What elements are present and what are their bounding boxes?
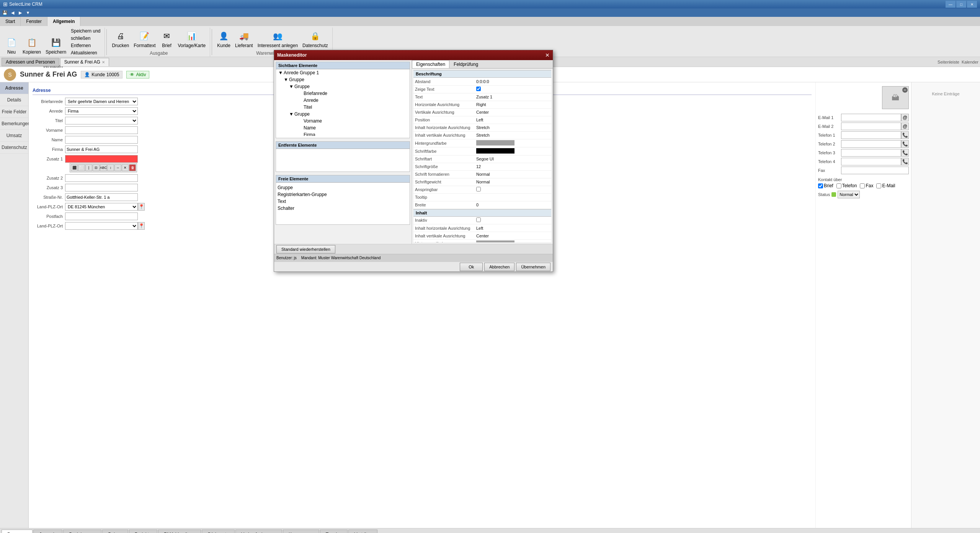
nav-bemerkungen[interactable]: Bemerkungen [0,118,28,130]
free-text[interactable]: Text [278,198,408,205]
tab-start[interactable]: Start [0,17,21,26]
zusatz3-input[interactable] [65,184,138,191]
tb-btn8[interactable]: ✕ [122,164,129,171]
tab-termine[interactable]: Termine [320,530,348,533]
tb-btn2[interactable]: ⬜ [78,164,85,171]
tb-btn6[interactable]: ↕ [107,164,114,171]
minimize-button[interactable]: — [946,1,956,8]
btn-kopieren[interactable]: 📋 Kopieren [21,34,43,57]
tel2-input[interactable] [841,140,901,148]
tb-btn4[interactable]: ⊟ [93,164,100,171]
breadcrumb-sunner[interactable]: Sunner & Frei AG ✕ [60,58,109,66]
btn-abbrechen[interactable]: Abbrechen [484,263,514,271]
nav-umsatz[interactable]: Umsatz [0,130,28,142]
tree-vorname[interactable]: Vorname [276,118,410,124]
cb-email-input[interactable] [876,183,881,188]
tree-briefanrede[interactable]: Briefanrede [276,90,410,97]
masken-close-btn[interactable]: ✕ [545,52,550,58]
zeige-text-checkbox[interactable] [476,87,481,91]
email2-btn[interactable]: @ [901,123,909,130]
tree-gruppe2[interactable]: ▼ Gruppe [276,83,410,90]
cb-brief-input[interactable] [818,183,823,188]
btn-lieferant[interactable]: 🚚 Lieferant [233,28,255,50]
nav-datenschutz[interactable]: Datenschutz [0,142,28,154]
btn-neu[interactable]: 📄 Neu [3,34,20,57]
map-btn2[interactable]: 📍 [138,222,145,230]
vorname-input[interactable] [65,126,138,134]
tb-btn1[interactable]: ⬛ [71,164,78,171]
anrede-select[interactable]: Firma [65,107,138,115]
briefanrede-select[interactable]: Sehr geehrte Damen und Herren [65,98,138,105]
btn-aktualisieren[interactable]: Aktualisieren [69,49,102,56]
qa-save[interactable]: 💾 [2,9,8,16]
tb-btn9[interactable]: 🗑 [129,164,136,171]
tab-beziehungen[interactable]: Beziehungen [63,530,101,533]
titel-select[interactable] [65,117,138,124]
qa-back[interactable]: ◀ [9,9,16,16]
tab-allgemein[interactable]: Allgemein [47,17,80,26]
tel3-input[interactable] [841,149,901,157]
free-gruppe[interactable]: Gruppe [278,184,408,191]
tab-stichworte[interactable]: Stichworte [202,530,235,533]
btn-speichern[interactable]: 💾 Speichern [44,34,68,57]
tree-gruppe1[interactable]: ▼ Gruppe [276,76,410,83]
zusatz1-input[interactable] [65,155,138,163]
email1-input[interactable] [841,114,901,121]
close-button[interactable]: ✕ [967,1,977,8]
btn-datenschutz[interactable]: 🔒 Datenschutz [301,28,330,50]
tab-fenster[interactable]: Fenster [21,17,47,26]
strasse-input[interactable] [65,193,138,201]
fax-input[interactable] [841,167,909,174]
anspringbar-checkbox[interactable] [476,187,481,191]
qa-forward[interactable]: ▶ [17,9,24,16]
btn-standard-wiederherstellen[interactable]: Standard wiederherstellen [276,245,335,253]
tab-journale[interactable]: Journale [33,530,62,533]
tree-gruppe3[interactable]: ▼ Gruppe [276,111,410,118]
tel4-btn[interactable]: 📞 [901,158,909,165]
tab-verkaufschancen[interactable]: Verkaufschancen [235,530,282,533]
btn-entfernen[interactable]: Entfernen [69,42,102,49]
btn-drucken[interactable]: 🖨 Drucken [110,28,131,50]
tb-btn5[interactable]: ABC [100,164,107,171]
cb-telefon-input[interactable] [836,183,841,188]
free-registrierkarten[interactable]: Registrierkarten-Gruppe [278,191,408,198]
tab-personen[interactable]: Personen [2,530,33,533]
tab-rma[interactable]: RMA-Vorgänge [158,530,201,533]
cb-email[interactable]: E-Mail [876,183,895,188]
btn-speichern-schliessen[interactable]: Speichern und [69,28,102,34]
tab-belege[interactable]: Belege [102,530,128,533]
name-input[interactable] [65,136,138,144]
cb-telefon[interactable]: Telefon [836,183,857,188]
firma-input[interactable] [65,146,138,153]
photo-edit-btn[interactable]: ✏ [902,87,908,93]
cb-brief[interactable]: Brief [818,183,833,188]
tree-titel[interactable]: Titel [276,104,410,111]
tel1-btn[interactable]: 📞 [901,131,909,139]
btn-interessent[interactable]: 👥 Interessent anlegen [256,28,300,50]
land-plz2-select[interactable] [65,222,138,230]
status-select[interactable]: Normal [838,191,860,198]
nav-details[interactable]: Details [0,94,28,106]
land-plz-select[interactable]: DE 81245 München [65,203,138,211]
tab-projekte[interactable]: Projekte [129,530,157,533]
tab-kampagnen[interactable]: Kampagnen [283,530,319,533]
email2-input[interactable] [841,123,901,130]
tel3-btn[interactable]: 📞 [901,149,909,157]
tree-firma[interactable]: Firma [276,131,410,136]
free-schalter[interactable]: Schalter [278,205,408,212]
bc-close-icon[interactable]: ✕ [102,60,105,64]
btn-formattext[interactable]: 📝 Formattext [132,28,157,50]
btn-uebernehmen[interactable]: Übernehmen [516,263,550,271]
tb-btn3[interactable]: | [85,164,92,171]
tel1-input[interactable] [841,131,901,139]
tab-vertraege[interactable]: Verträge [348,530,377,533]
btn-speichern-schliessen2[interactable]: schließen [69,35,102,42]
btn-ok[interactable]: Ok [460,263,483,271]
map-btn[interactable]: 📍 [138,203,145,211]
qa-dropdown[interactable]: ▼ [24,9,31,16]
maximize-button[interactable]: □ [956,1,966,8]
cb-fax[interactable]: Fax [860,183,873,188]
btn-kunde[interactable]: 👤 Kunde [215,28,232,50]
tel4-input[interactable] [841,158,901,165]
zusatz2-input[interactable] [65,174,138,182]
